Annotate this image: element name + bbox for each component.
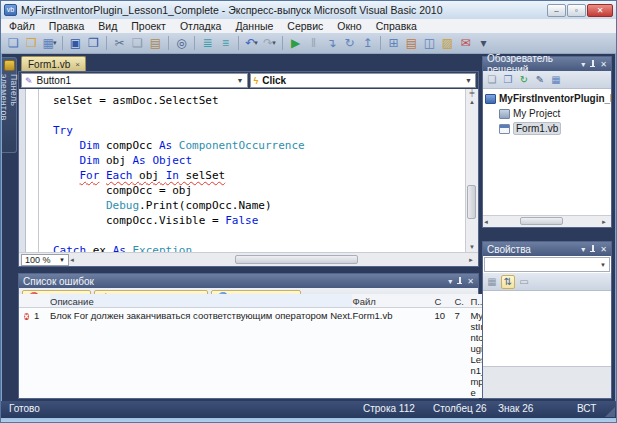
scrollbar-track[interactable] [466, 107, 478, 242]
code-line[interactable] [53, 108, 465, 123]
step-over-icon[interactable]: ↻ [341, 35, 358, 52]
view-code-icon[interactable]: ✎ [533, 73, 547, 87]
pin-icon[interactable] [589, 245, 596, 254]
code-area[interactable]: selSet = asmDoc.SelectSet Try Dim compOc… [19, 89, 478, 252]
properties-title-bar[interactable]: Свойства ▾ ✕ [483, 242, 611, 256]
tab-close-icon[interactable]: × [75, 60, 80, 69]
close-icon[interactable]: ✕ [600, 60, 607, 69]
title-bar[interactable]: vb MyFirstInventorPlugin_Lesson1_Complet… [1, 1, 616, 19]
scroll-right-icon[interactable]: ► [468, 255, 478, 265]
show-all-files-icon[interactable]: ❐ [501, 73, 515, 87]
scroll-up-icon[interactable]: ▲ [469, 97, 475, 107]
paste-icon[interactable]: ▤ [147, 35, 164, 52]
splitter-handle[interactable]: ╪ [470, 89, 475, 97]
editor-horizontal-scrollbar[interactable] [81, 254, 466, 266]
code-line[interactable]: Dim compOcc As ComponentOccurrence [53, 138, 465, 153]
menu-help[interactable]: Справка [376, 20, 417, 32]
maximize-button[interactable]: ▫ [567, 4, 586, 17]
redo-icon[interactable]: ↷▾ [261, 35, 278, 52]
refresh-icon[interactable]: ↻ [517, 73, 531, 87]
undo-icon[interactable]: ↶▾ [243, 35, 260, 52]
column-file[interactable]: Файл [352, 294, 434, 307]
new-project-icon[interactable]: ❏ [5, 35, 22, 52]
close-button[interactable]: ✕ [587, 4, 613, 17]
column-description[interactable]: Описание [50, 294, 352, 307]
object-browser-icon[interactable]: ◫ [421, 35, 438, 52]
window-position-icon[interactable]: ▾ [581, 245, 585, 254]
scroll-right-icon[interactable]: ► [601, 217, 611, 227]
window-position-icon[interactable]: ▾ [581, 60, 585, 69]
column-column[interactable]: С. [454, 294, 470, 307]
menu-debug[interactable]: Отладка [180, 20, 222, 32]
close-icon[interactable]: ✕ [600, 245, 607, 254]
tab-form1vb[interactable]: Form1.vb × [21, 56, 86, 71]
save-all-icon[interactable]: ❐ [85, 35, 102, 52]
solution-explorer-icon[interactable]: ⊞ [385, 35, 402, 52]
toolbar-overflow[interactable]: ▾ [475, 35, 492, 52]
menu-tools[interactable]: Сервис [287, 20, 323, 32]
code-line[interactable]: Dim obj As Object [53, 153, 465, 168]
comment-icon[interactable]: ≣ [199, 35, 216, 52]
scroll-left-icon[interactable]: ◄ [483, 217, 493, 227]
menu-project[interactable]: Проект [131, 20, 166, 32]
solution-explorer-horizontal-scrollbar[interactable]: ◄ ► [483, 215, 611, 227]
solution-explorer-title-bar[interactable]: Обозреватель решений ▾ ✕ [483, 57, 611, 71]
properties-window-icon[interactable]: ▤ [403, 35, 420, 52]
toolbox-icon[interactable]: ▨ [439, 35, 456, 52]
editor-vertical-scrollbar[interactable]: ╪ ▲ ▼ [465, 89, 478, 252]
column-line[interactable]: С [434, 294, 454, 307]
toolbox-tab[interactable]: Панель элементов [2, 57, 17, 153]
code-line[interactable]: Catch ex As Exception [53, 243, 465, 252]
code-line[interactable]: selSet = asmDoc.SelectSet [53, 93, 465, 108]
code-line[interactable]: For Each obj In selSet [53, 168, 465, 183]
alphabetical-icon[interactable]: ⇅ [501, 275, 515, 289]
pin-icon[interactable] [589, 60, 596, 69]
scroll-left-icon[interactable]: ◄ [69, 255, 79, 265]
scrollbar-thumb[interactable] [235, 255, 358, 264]
object-dropdown[interactable]: ✎ Button1 ▼ [21, 73, 248, 88]
scrollbar-thumb[interactable] [467, 185, 476, 219]
categorized-icon[interactable]: ▦ [485, 275, 499, 289]
start-debugging-icon[interactable]: ▶ [287, 35, 304, 52]
menu-view[interactable]: Вид [98, 20, 117, 32]
uncomment-icon[interactable]: ≡ [217, 35, 234, 52]
scrollbar-thumb[interactable] [520, 217, 563, 225]
step-into-icon[interactable]: ↴ [323, 35, 340, 52]
add-item-icon[interactable]: ▦▾ [41, 35, 58, 52]
code-line[interactable]: compOcc.Visible = False [53, 213, 465, 228]
properties-icon[interactable]: ❏ [485, 73, 499, 87]
code-line[interactable] [53, 228, 465, 243]
step-out-icon[interactable]: ↥ [359, 35, 376, 52]
event-dropdown[interactable]: ϟ Click ▼ [250, 73, 477, 88]
minimize-button[interactable]: – [547, 4, 566, 17]
scrollbar-track[interactable] [493, 216, 601, 227]
zoom-selector[interactable]: 100 % ▼ [21, 254, 69, 266]
menu-window[interactable]: Окно [337, 20, 361, 32]
menu-edit[interactable]: Правка [49, 20, 84, 32]
copy-icon[interactable]: ❏ [129, 35, 146, 52]
menu-file[interactable]: Файл [9, 20, 35, 32]
error-list-title-bar[interactable]: Список ошибок ▾ ✕ [19, 274, 478, 288]
save-icon[interactable]: ▣ [67, 35, 84, 52]
error-row[interactable]: ✕ 1 Блок For должен заканчиваться соотве… [19, 308, 498, 398]
window-position-icon[interactable]: ▾ [448, 277, 452, 286]
pin-icon[interactable] [456, 277, 463, 286]
code-text[interactable]: selSet = asmDoc.SelectSet Try Dim compOc… [39, 89, 465, 252]
properties-object-dropdown[interactable]: ▼ [484, 257, 610, 272]
close-icon[interactable]: ✕ [467, 277, 474, 286]
resize-grip[interactable] [605, 407, 615, 417]
find-icon[interactable]: ◎ [173, 35, 190, 52]
break-all-icon[interactable]: ‖ [305, 35, 322, 52]
properties-grid[interactable] [483, 291, 611, 366]
menu-data[interactable]: Данные [235, 20, 273, 32]
view-designer-icon[interactable]: ▦ [549, 73, 563, 87]
error-list-icon[interactable]: ✉ [457, 35, 474, 52]
tree-item-project-root[interactable]: MyFirstInventorPlugin_Lesson1_Complete [485, 91, 611, 106]
code-line[interactable]: Debug.Print(compOcc.Name) [53, 198, 465, 213]
tree-item-my-project[interactable]: My Project [485, 106, 611, 121]
open-file-icon[interactable]: ❒ [23, 35, 40, 52]
scroll-down-icon[interactable]: ▼ [469, 242, 475, 252]
code-line[interactable]: compOcc = obj [53, 183, 465, 198]
tree-item-form1vb[interactable]: Form1.vb [485, 121, 611, 136]
property-pages-icon[interactable]: ▭ [517, 275, 531, 289]
